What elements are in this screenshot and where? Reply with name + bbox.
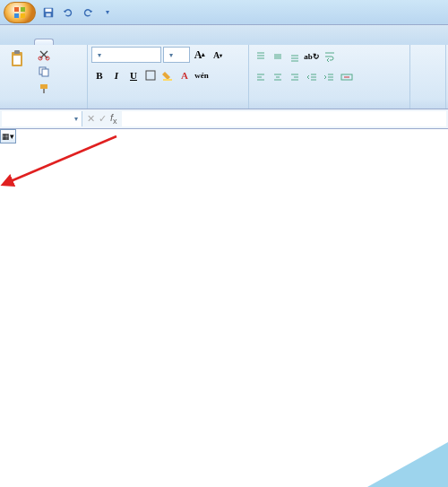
font-group-label (91, 105, 245, 107)
titlebar: ▾ (0, 0, 448, 25)
align-right-icon[interactable] (287, 69, 303, 85)
bold-button[interactable]: B (91, 67, 108, 83)
clipboard-group-label (4, 105, 83, 107)
number-format-select[interactable] (414, 47, 419, 50)
svg-line-19 (11, 136, 116, 181)
svg-rect-1 (21, 7, 25, 12)
formula-input[interactable] (122, 111, 446, 126)
decrease-indent-icon[interactable] (304, 69, 320, 85)
orientation-icon[interactable]: ab↻ (304, 48, 320, 65)
svg-rect-5 (46, 8, 52, 12)
svg-rect-15 (43, 89, 45, 93)
svg-rect-8 (14, 50, 20, 54)
svg-rect-3 (21, 13, 25, 18)
svg-rect-17 (163, 79, 172, 81)
copy-button[interactable] (35, 64, 55, 80)
align-top-icon[interactable] (253, 48, 269, 65)
align-bottom-icon[interactable] (287, 48, 303, 65)
office-button[interactable] (4, 2, 36, 23)
ribbon: A▴ A▾ B I U A wén ab↻ (0, 45, 448, 109)
format-painter-button[interactable] (35, 81, 55, 97)
font-name-select[interactable] (91, 47, 161, 63)
cut-button[interactable] (35, 47, 55, 63)
quick-access-toolbar: ▾ (39, 4, 116, 22)
enter-icon[interactable]: ✓ (99, 113, 107, 125)
svg-rect-6 (46, 13, 50, 16)
italic-button[interactable]: I (108, 67, 125, 83)
align-group-label (253, 105, 406, 107)
worksheet-grid[interactable]: ▦▾ (0, 129, 448, 487)
formula-bar: ✕ ✓ fx (0, 109, 448, 129)
svg-rect-0 (14, 7, 19, 12)
phonetic-button[interactable]: wén (194, 67, 210, 83)
font-color-button[interactable]: A (177, 67, 193, 83)
tab-home[interactable] (34, 39, 54, 45)
redo-icon[interactable] (79, 4, 97, 22)
fill-color-button[interactable] (159, 67, 176, 83)
cancel-icon[interactable]: ✕ (87, 113, 95, 125)
merge-center-button[interactable] (338, 69, 358, 85)
watermark-corner (367, 442, 448, 487)
underline-button[interactable]: U (125, 67, 142, 83)
name-box[interactable] (2, 111, 82, 126)
font-size-select[interactable] (163, 47, 190, 63)
qat-customize-icon[interactable]: ▾ (99, 4, 116, 22)
grow-font-icon[interactable]: A▴ (192, 47, 208, 63)
fx-icon[interactable]: fx (110, 112, 117, 126)
formula-buttons: ✕ ✓ fx (84, 109, 120, 128)
svg-rect-14 (40, 84, 47, 89)
svg-rect-9 (13, 56, 21, 65)
svg-rect-2 (14, 13, 19, 18)
align-left-icon[interactable] (253, 69, 269, 85)
ribbon-tabs (0, 25, 448, 45)
undo-icon[interactable] (59, 4, 77, 22)
svg-rect-16 (146, 71, 155, 80)
autofill-options-button[interactable]: ▦▾ (0, 129, 16, 143)
align-middle-icon[interactable] (270, 48, 286, 65)
save-icon[interactable] (39, 4, 57, 22)
border-button[interactable] (142, 67, 159, 83)
increase-indent-icon[interactable] (321, 69, 337, 85)
paste-button[interactable] (4, 47, 32, 72)
svg-rect-13 (42, 69, 48, 76)
wrap-text-button[interactable] (321, 48, 340, 65)
align-center-icon[interactable] (270, 69, 286, 85)
annotation-arrow (0, 129, 125, 201)
shrink-font-icon[interactable]: A▾ (210, 47, 226, 63)
